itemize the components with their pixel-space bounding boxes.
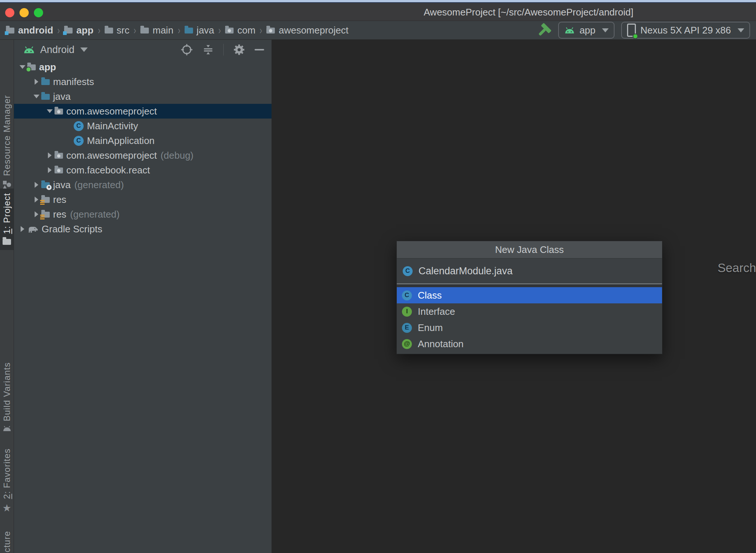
- breadcrumb-java[interactable]: java: [185, 25, 214, 36]
- breadcrumb-separator: ›: [218, 24, 221, 36]
- sidebar-item-structure[interactable]: 7: Structure: [0, 526, 14, 553]
- locate-file-icon[interactable]: [181, 43, 193, 56]
- hint-text: Search Everywhere: [718, 261, 756, 275]
- class-name-value: CalendarModule.java: [419, 265, 512, 277]
- breadcrumb-src[interactable]: src: [105, 25, 130, 36]
- build-hammer-icon[interactable]: [537, 23, 552, 38]
- kind-list: C Class I Interface E Enum @ Annotation: [397, 287, 662, 352]
- expand-arrow-icon[interactable]: [45, 109, 55, 113]
- module-folder-icon: [6, 28, 14, 34]
- project-panel-header: Android: [14, 40, 272, 60]
- tree-row-mainapplication[interactable]: C MainApplication: [14, 133, 272, 148]
- package-icon: [225, 28, 234, 34]
- breadcrumb-com[interactable]: com: [225, 25, 255, 36]
- hide-panel-icon[interactable]: [255, 49, 264, 50]
- tree-row-java-generated[interactable]: java(generated): [14, 177, 272, 192]
- folder-icon: [41, 79, 50, 85]
- breadcrumb-android[interactable]: android: [6, 25, 53, 36]
- tree-row-gradle-scripts[interactable]: Gradle Scripts: [14, 222, 272, 236]
- project-tool-window: Android: [14, 40, 272, 553]
- tree-row-res[interactable]: res: [14, 192, 272, 207]
- module-folder-icon: [64, 28, 73, 34]
- class-icon: C: [403, 266, 413, 276]
- kind-option-enum[interactable]: E Enum: [397, 320, 662, 336]
- android-head-icon: [23, 46, 35, 54]
- device-selector[interactable]: Nexus 5X API 29 x86: [621, 22, 750, 39]
- breadcrumb: android › app › src › main › java › com …: [6, 24, 349, 36]
- resource-manager-icon: [3, 180, 11, 189]
- top-edge-strip: [0, 0, 756, 3]
- toolbar-divider: [223, 44, 224, 56]
- class-icon: C: [74, 136, 84, 146]
- tool-window-bar: Resource Manager 1: Project Build Varian…: [0, 40, 14, 553]
- class-icon: C: [74, 121, 84, 131]
- settings-gear-icon[interactable]: [232, 43, 246, 56]
- package-icon: [55, 168, 63, 173]
- popup-title: New Java Class: [397, 241, 662, 258]
- kind-option-annotation[interactable]: @ Annotation: [397, 336, 662, 352]
- sidebar-item-build-variants[interactable]: Build Variants: [0, 358, 14, 437]
- chevron-down-icon: [738, 28, 744, 32]
- tree-row-com-awesomeproject[interactable]: com.awesomeproject: [14, 104, 272, 119]
- gradle-elephant-icon: [27, 225, 38, 233]
- interface-icon: I: [402, 307, 412, 317]
- resources-folder-icon: [41, 212, 50, 218]
- class-name-input[interactable]: C CalendarModule.java: [397, 258, 662, 284]
- sidebar-item-resource-manager[interactable]: Resource Manager: [0, 91, 14, 194]
- run-configuration-selector[interactable]: app: [558, 22, 615, 39]
- collapse-arrow-icon[interactable]: [32, 79, 41, 85]
- package-icon: [55, 109, 63, 115]
- chevron-down-icon[interactable]: [80, 47, 88, 52]
- tree-row-app[interactable]: app: [14, 60, 272, 74]
- expand-arrow-icon[interactable]: [32, 95, 41, 98]
- breadcrumb-separator: ›: [260, 24, 262, 36]
- source-folder-icon: [185, 28, 193, 34]
- star-icon: ★: [2, 503, 11, 513]
- collapse-arrow-icon[interactable]: [45, 152, 55, 158]
- package-icon: [266, 28, 275, 34]
- breadcrumb-awesomeproject[interactable]: awesomeproject: [266, 25, 348, 36]
- tree-row-manifests[interactable]: manifests: [14, 74, 272, 89]
- collapse-arrow-icon[interactable]: [18, 226, 27, 232]
- kind-option-class[interactable]: C Class: [397, 287, 662, 303]
- resources-folder-icon: [41, 197, 50, 203]
- folder-icon: [140, 28, 149, 34]
- collapse-arrow-icon[interactable]: [45, 167, 55, 173]
- enum-icon: E: [402, 323, 412, 333]
- tree-row-res-generated[interactable]: res(generated): [14, 207, 272, 222]
- device-label: Nexus 5X API 29 x86: [640, 25, 731, 36]
- sidebar-item-favorites[interactable]: 2: Favorites ★: [0, 444, 14, 518]
- fullscreen-window-button[interactable]: [34, 8, 43, 17]
- breadcrumb-main[interactable]: main: [140, 25, 173, 36]
- breadcrumb-app[interactable]: app: [64, 25, 93, 36]
- tree-row-com-awesomeproject-debug[interactable]: com.awesomeproject(debug): [14, 148, 272, 163]
- tree-row-java[interactable]: java: [14, 89, 272, 104]
- annotation-icon: @: [402, 339, 412, 349]
- breadcrumb-separator: ›: [57, 24, 60, 36]
- package-icon: [55, 153, 63, 159]
- close-window-button[interactable]: [5, 8, 14, 17]
- folder-icon: [105, 28, 113, 34]
- chevron-down-icon: [602, 28, 609, 32]
- build-variants-icon: [2, 426, 12, 432]
- project-tree: app manifests java com.awesomeproject C …: [14, 60, 272, 236]
- source-folder-icon: [41, 94, 50, 100]
- kind-option-interface[interactable]: I Interface: [397, 303, 662, 320]
- breadcrumb-separator: ›: [98, 24, 100, 36]
- window-title: AwesomeProject [~/src/AwesomeProject/and…: [424, 3, 633, 21]
- view-selector-label[interactable]: Android: [40, 44, 74, 56]
- class-icon: C: [402, 290, 412, 300]
- device-phone-icon: [627, 24, 636, 37]
- run-configuration-label: app: [580, 25, 595, 36]
- breadcrumb-separator: ›: [134, 24, 136, 36]
- generated-source-folder-icon: [41, 182, 50, 188]
- collapse-all-icon[interactable]: [202, 43, 214, 56]
- tree-row-mainactivity[interactable]: C MainActivity: [14, 119, 272, 133]
- android-module-icon: [27, 64, 36, 70]
- tree-row-com-facebook-react[interactable]: com.facebook.react: [14, 163, 272, 177]
- collapse-arrow-icon[interactable]: [32, 182, 41, 188]
- minimize-window-button[interactable]: [20, 8, 29, 17]
- project-folder-icon: [3, 239, 11, 245]
- sidebar-item-project[interactable]: 1: Project: [0, 189, 14, 250]
- titlebar: AwesomeProject [~/src/AwesomeProject/and…: [0, 3, 756, 21]
